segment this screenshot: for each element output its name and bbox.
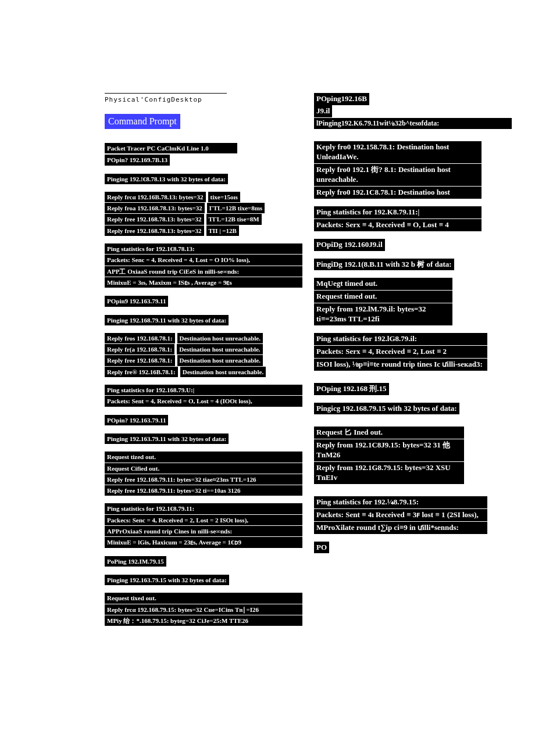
reply-line: Reply free 192.168.79.11: bytes=32 tiae≈… — [105, 474, 302, 485]
stats-line: Ping statistics for 192.1€8.79.11: — [105, 503, 302, 514]
ping-header: Pinging 192.163.79.15 with 32 bytes of d… — [105, 575, 229, 585]
ping-command: POping192.16B — [314, 93, 369, 105]
stats-line: Ping statistics for 192.lG8.79.il: — [314, 333, 487, 345]
right-column: POping192.16B J9.il lPinging192.K6.79.11… — [314, 93, 512, 626]
ping-command: POpin? 192.163.79.11 — [105, 415, 168, 425]
ping-header: PingiDg 192.1(8.B.11 with 32 b 树 of data… — [314, 259, 454, 271]
reply-ttl: tixe=15oıs — [208, 192, 240, 202]
ping-command: PoPing 192.IM.79.15 — [105, 556, 166, 567]
reply-line: Reply free 192.168.78.13: bytes=32 — [105, 225, 204, 236]
stats-line: Ping statistics for 192.¹⁄₄8.79.15: — [314, 496, 487, 508]
stats-line: Ping statistics for 192.K8.79.11:| — [314, 206, 482, 218]
ping-command: POping 192.168 刑.15 — [314, 383, 389, 395]
stats-line: APPrOxiaaS round trip Cines in nilli-se∞… — [105, 526, 302, 536]
ping-header: Pinging 192.168.79.11 with 32 bytes of d… — [105, 315, 229, 325]
reply-line: Reply free 192.168.79.11: bytes=32 ti==1… — [105, 485, 302, 496]
reply-line: Reply fro0 192.1 街? 8.1: Destination hos… — [314, 164, 482, 186]
ping-command: POpiDg 192.160J9.il — [314, 239, 385, 251]
stats-line: Packets: Serx ≡ 4, Received ≡ O, Lost ≡ … — [314, 219, 482, 231]
stats-line: MProXilate round t∑ip ci≡9 in ưilli*senn… — [314, 522, 487, 534]
request-timeout: MqUegt timed out. — [314, 278, 452, 290]
divider — [105, 93, 227, 94]
request-timeout: Request tixed out. — [105, 593, 302, 603]
stats-line: Packets: Sent = 4, Received = O, Lost = … — [105, 396, 302, 406]
reply-line: Reply frcα 192.168.79.15: bytes=32 Cue=I… — [105, 604, 302, 615]
request-timeout: Request tized out. — [105, 452, 302, 462]
request-timeout: Request timed out. — [314, 291, 452, 303]
reply-line: Reply free 192.168.78.1: — [105, 355, 175, 366]
reply-line: Reply from 192.1C8J9.15: bytes=32 31 他 T… — [314, 439, 464, 461]
stats-line: Packecs: Senc = 4, Received = 2, Lost = … — [105, 515, 302, 525]
stats-line: ISOI loss), ¹⁄₈p≡i≡te round trip tines I… — [314, 359, 487, 371]
reply-ttl: TΓL=12B tise=8M — [206, 214, 262, 224]
stats-line: Packets: Sent ≡ 4ı Received ≡ 3ꜰ lost ≡ … — [314, 509, 487, 521]
reply-line: Reply fros 192.168.78.1: — [105, 333, 175, 343]
ping-command: J9.il — [314, 105, 332, 117]
ping-header: Pinging 192.163.79.11 with 32 bytes of d… — [105, 433, 229, 444]
reply-line: Reply froa 192.168.78.13: bytes=32 — [105, 203, 205, 213]
reply-line: MPiy 绐：*.168.79.15: byteg=32 CiJe=25:M T… — [105, 615, 302, 626]
reply-ttl: TП | =12B — [206, 225, 239, 236]
ping-header: lPinging192.K6.79.11wit¹⁄₈32b^tesofdata: — [314, 118, 512, 130]
unreachable: Destination host unreachable. — [177, 344, 262, 354]
command-prompt-label: Command Prompt — [105, 114, 180, 129]
left-column: Physical'ConfigDesktop Command Prompt Pa… — [105, 93, 302, 626]
reply-line: Reply free 192.168.78.13: bytes=32 — [105, 214, 204, 224]
reply-line: Reply frcα 192.16B.78.13: bytes=32 — [105, 192, 206, 202]
reply-line: Reply from 192.lM.79.il: bytes=32 ti≡=23… — [314, 303, 452, 325]
unreachable: Destination host unreachable. — [180, 367, 266, 377]
stats-line: Packets: Senc = 4, Received = 4, Lost = … — [105, 255, 302, 265]
stats-line: MinixuE = lGis, Haxicum = 23ᴇs, Average … — [105, 537, 302, 547]
stats-line: Ping statistics for 192.168.79.U:| — [105, 385, 302, 395]
reply-line: Reply from 192.1G8.79.15: bytes=32 XSU T… — [314, 462, 464, 484]
unreachable: Destination host unreachable. — [177, 355, 263, 366]
config-header: Physical'ConfigDesktop — [105, 96, 302, 103]
stats-line: Ping statistics for 192.1€8.78.13: — [105, 243, 302, 254]
reply-line: Reply fre® 192.16B.78.1: — [105, 367, 178, 377]
reply-line: Reply fr(a 192.168.78.1: — [105, 344, 174, 354]
stats-line: Packets: Serx ≡ 4, Received ≡ 2, Lost ≡ … — [314, 346, 487, 358]
reply-line: Reply fro0 192.1C8.78.1: Destinatioo hos… — [314, 187, 482, 199]
stats-line: APP工 OxiaaS round trip CiEeS in nilli-se… — [105, 266, 302, 277]
ping-header: Pinging 192.!€8.78.13 with 32 bytes of d… — [105, 174, 228, 184]
request-timeout: Request 匕 Ined out. — [314, 427, 464, 439]
ping-command: POpin? 192.169.7B.13 — [105, 155, 170, 165]
prompt-po: PO — [314, 542, 329, 554]
intro-line: Packet Tracer PC CaClmKd Line 1.0 — [105, 143, 237, 153]
request-timeout: Request Cified out. — [105, 463, 302, 474]
reply-line: Keply fro0 192.158.78.1: Destination hos… — [314, 141, 482, 163]
ping-header: Pingicg 192.168.79.15 with 32 bytes of d… — [314, 403, 459, 415]
unreachable: Destination host unreachable. — [177, 333, 263, 343]
stats-line: MinixuE = 3ıs, Maxixm = ISᴇs , Average =… — [105, 277, 302, 288]
ping-command: POpin9 192.163.79.11 — [105, 296, 168, 306]
reply-ttl: ΓTL=12B tixe=8ms — [207, 203, 265, 213]
